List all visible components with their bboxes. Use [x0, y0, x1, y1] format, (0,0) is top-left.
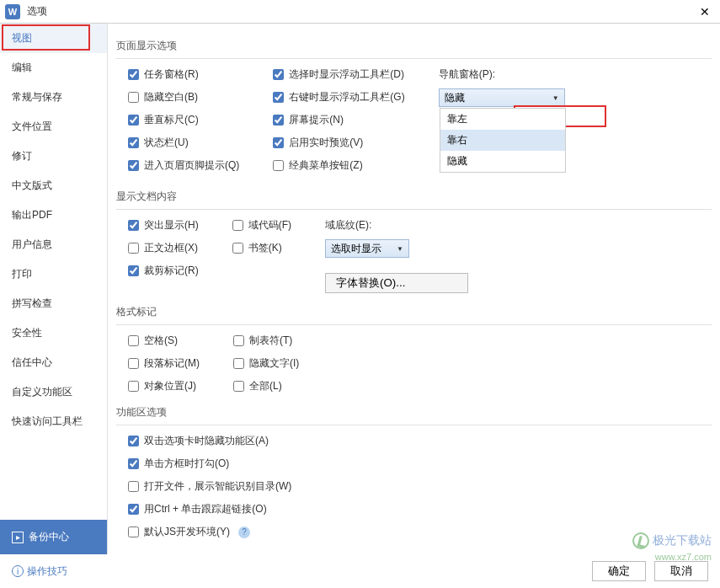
check-object-position[interactable]: 对象位置(J): [128, 379, 200, 393]
check-highlight[interactable]: 突出显示(H): [128, 218, 199, 233]
check-spaces[interactable]: 空格(S): [128, 334, 200, 348]
sidebar-item-spellcheck[interactable]: 拼写检查: [0, 289, 107, 318]
backup-icon: ▸: [12, 532, 24, 543]
sidebar-item-revision[interactable]: 修订: [0, 142, 107, 171]
check-float-toolbar-select[interactable]: 选择时显示浮动工具栏(D): [273, 67, 404, 82]
tips-label: 操作技巧: [27, 564, 67, 579]
check-field-codes[interactable]: 域代码(F): [232, 218, 291, 233]
chevron-down-icon: ▼: [397, 245, 403, 253]
section-doc-content-title: 显示文档内容: [116, 190, 712, 204]
tips-link[interactable]: i 操作技巧: [12, 564, 67, 579]
check-float-toolbar-rightclick[interactable]: 右键时显示浮动工具栏(G): [273, 90, 404, 104]
nav-option-left[interactable]: 靠左: [440, 109, 565, 130]
sidebar-item-print[interactable]: 打印: [0, 259, 107, 289]
nav-pane-combobox[interactable]: 隐藏 ▼ 靠左 靠右 隐藏: [439, 88, 565, 107]
check-vertical-ruler[interactable]: 垂直标尺(C): [128, 113, 239, 127]
sidebar: 视图 编辑 常规与保存 文件位置 修订 中文版式 输出PDF 用户信息 打印 拼…: [0, 24, 108, 554]
check-open-file-smart-toc[interactable]: 打开文件，展示智能识别目录(W): [128, 479, 712, 494]
titlebar: W 选项 ✕: [0, 0, 720, 24]
field-shading-label: 域底纹(E):: [325, 218, 468, 233]
sidebar-item-trust-center[interactable]: 信任中心: [0, 348, 107, 377]
check-tab-chars[interactable]: 制表符(T): [233, 334, 299, 348]
check-screen-tips[interactable]: 屏幕提示(N): [273, 113, 404, 127]
sidebar-item-view[interactable]: 视图: [0, 24, 107, 53]
lightbulb-icon: i: [12, 565, 24, 577]
section-ribbon-options-title: 功能区选项: [116, 405, 712, 420]
sidebar-item-edit[interactable]: 编辑: [0, 53, 107, 83]
check-status-bar[interactable]: 状态栏(U): [128, 136, 239, 150]
sidebar-item-customize-ribbon[interactable]: 自定义功能区: [0, 377, 107, 407]
check-bookmarks[interactable]: 书签(K): [232, 241, 291, 255]
nav-pane-value: 隐藏: [445, 91, 465, 105]
check-ctrl-click-hyperlink[interactable]: 用Ctrl + 单击跟踪超链接(O): [128, 502, 712, 516]
check-hidden-text[interactable]: 隐藏文字(I): [233, 356, 299, 371]
sidebar-item-output-pdf[interactable]: 输出PDF: [0, 200, 107, 230]
sidebar-item-chinese-layout[interactable]: 中文版式: [0, 171, 107, 200]
check-text-border[interactable]: 正文边框(X): [128, 241, 199, 255]
check-all[interactable]: 全部(L): [233, 379, 299, 393]
sidebar-item-security[interactable]: 安全性: [0, 318, 107, 348]
sidebar-item-general-save[interactable]: 常规与保存: [0, 83, 107, 112]
check-classic-menu[interactable]: 经典菜单按钮(Z): [273, 158, 404, 173]
window-title: 选项: [27, 4, 695, 19]
sidebar-item-quick-access[interactable]: 快速访问工具栏: [0, 407, 107, 436]
backup-center-label: 备份中心: [29, 530, 69, 544]
check-realtime-preview[interactable]: 启用实时预览(V): [273, 136, 404, 150]
nav-option-hidden[interactable]: 隐藏: [440, 151, 565, 172]
check-header-footer-tip[interactable]: 进入页眉页脚提示(Q): [128, 158, 239, 173]
backup-center-button[interactable]: ▸ 备份中心: [0, 520, 107, 554]
check-default-js-dev[interactable]: 默认JS开发环境(Y)?: [128, 525, 712, 539]
check-doubleclick-hide-ribbon[interactable]: 双击选项卡时隐藏功能区(A): [128, 434, 712, 448]
section-page-display-title: 页面显示选项: [116, 39, 712, 53]
section-format-marks-title: 格式标记: [116, 305, 712, 319]
check-task-pane[interactable]: 任务窗格(R): [128, 67, 239, 82]
font-replace-button[interactable]: 字体替换(O)...: [325, 273, 468, 293]
nav-pane-dropdown: 靠左 靠右 隐藏: [440, 108, 566, 173]
close-button[interactable]: ✕: [695, 2, 715, 22]
field-shading-combobox[interactable]: 选取时显示 ▼: [325, 239, 409, 258]
check-hide-blank[interactable]: 隐藏空白(B): [128, 90, 239, 104]
check-click-box-tick[interactable]: 单击方框时打勾(O): [128, 457, 712, 471]
cancel-button[interactable]: 取消: [654, 561, 708, 581]
sidebar-item-file-location[interactable]: 文件位置: [0, 112, 107, 142]
nav-option-right[interactable]: 靠右: [440, 130, 565, 151]
field-shading-value: 选取时显示: [331, 242, 381, 256]
help-icon[interactable]: ?: [238, 527, 250, 538]
check-paragraph-marks[interactable]: 段落标记(M): [128, 356, 200, 371]
check-crop-marks[interactable]: 裁剪标记(R): [128, 264, 199, 278]
dialog-footer: i 操作技巧 确定 取消: [0, 554, 720, 588]
content-panel: 页面显示选项 任务窗格(R) 隐藏空白(B) 垂直标尺(C) 状态栏(U) 进入…: [108, 24, 720, 554]
sidebar-item-user-info[interactable]: 用户信息: [0, 230, 107, 259]
nav-pane-label: 导航窗格(P):: [439, 67, 582, 82]
chevron-down-icon: ▼: [552, 94, 559, 102]
app-icon: W: [5, 4, 20, 19]
ok-button[interactable]: 确定: [592, 561, 646, 581]
